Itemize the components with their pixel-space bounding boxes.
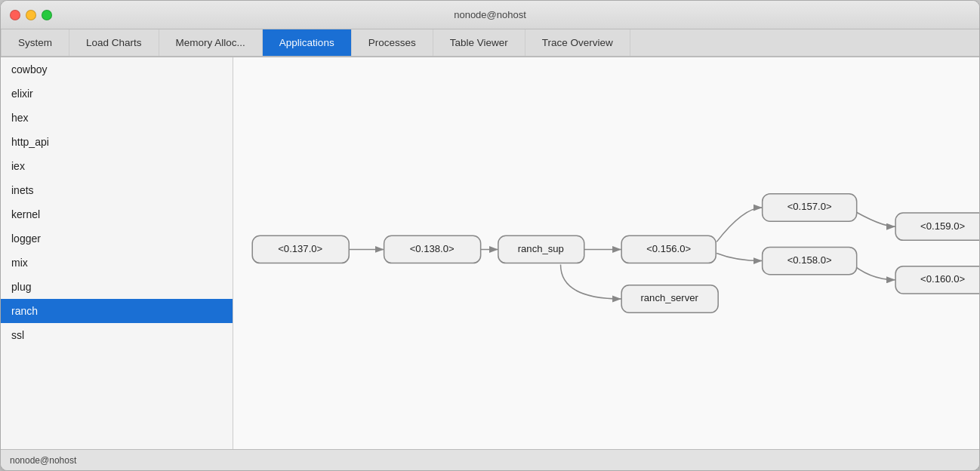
close-button[interactable]: [10, 10, 20, 20]
node-n5-label: ranch_server: [640, 292, 698, 303]
sidebar-item-kernel[interactable]: kernel: [1, 202, 233, 226]
node-n7-label: <0.158.0>: [787, 254, 832, 266]
sidebar-item-hex[interactable]: hex: [1, 106, 233, 130]
node-n8-label: <0.159.0>: [920, 220, 965, 232]
graph-area: <0.137.0> <0.138.0> ranch_sup <0.156.0> …: [233, 57, 979, 449]
tab-table-viewer[interactable]: Table Viewer: [433, 29, 525, 56]
title-bar: nonode@nohost: [1, 1, 979, 29]
sidebar-item-logger[interactable]: logger: [1, 226, 233, 251]
status-text: nonode@nohost: [10, 455, 76, 466]
sidebar-item-elixir[interactable]: elixir: [1, 82, 233, 106]
tab-load-charts[interactable]: Load Charts: [69, 29, 159, 56]
tab-memory-alloc[interactable]: Memory Alloc...: [159, 29, 263, 56]
graph-svg: <0.137.0> <0.138.0> ranch_sup <0.156.0> …: [233, 57, 979, 449]
sidebar-item-mix[interactable]: mix: [1, 251, 233, 275]
sidebar-item-ssl[interactable]: ssl: [1, 323, 233, 347]
minimize-button[interactable]: [26, 10, 36, 20]
edge-n4-n6: [717, 208, 762, 242]
edge-n3-n5: [561, 265, 622, 299]
tab-trace-overview[interactable]: Trace Overview: [525, 29, 630, 56]
sidebar-item-cowboy[interactable]: cowboy: [1, 57, 233, 82]
node-n4-label: <0.156.0>: [646, 243, 691, 254]
tab-processes[interactable]: Processes: [352, 29, 433, 56]
main-window: nonode@nohost System Load Charts Memory …: [0, 0, 980, 471]
sidebar: cowboy elixir hex http_api iex inets ker…: [1, 57, 233, 449]
sidebar-item-inets[interactable]: inets: [1, 178, 233, 202]
node-n1-label: <0.137.0>: [278, 243, 322, 254]
status-bar: nonode@nohost: [1, 449, 979, 470]
edge-n4-n7: [717, 254, 762, 261]
sidebar-item-http_api[interactable]: http_api: [1, 130, 233, 154]
traffic-lights: [10, 10, 52, 20]
sidebar-item-plug[interactable]: plug: [1, 275, 233, 299]
tab-bar: System Load Charts Memory Alloc... Appli…: [1, 29, 979, 57]
window-title: nonode@nohost: [454, 9, 526, 20]
main-content: cowboy elixir hex http_api iex inets ker…: [1, 57, 979, 449]
sidebar-item-iex[interactable]: iex: [1, 154, 233, 178]
node-n2-label: <0.138.0>: [410, 243, 455, 254]
maximize-button[interactable]: [42, 10, 52, 20]
node-n9-label: <0.160.0>: [920, 273, 965, 285]
sidebar-item-ranch[interactable]: ranch: [1, 299, 233, 323]
tab-system[interactable]: System: [1, 29, 69, 56]
node-n6-label: <0.157.0>: [787, 201, 832, 212]
node-n3-label: ranch_sup: [518, 243, 564, 254]
tab-applications[interactable]: Applications: [263, 29, 352, 56]
